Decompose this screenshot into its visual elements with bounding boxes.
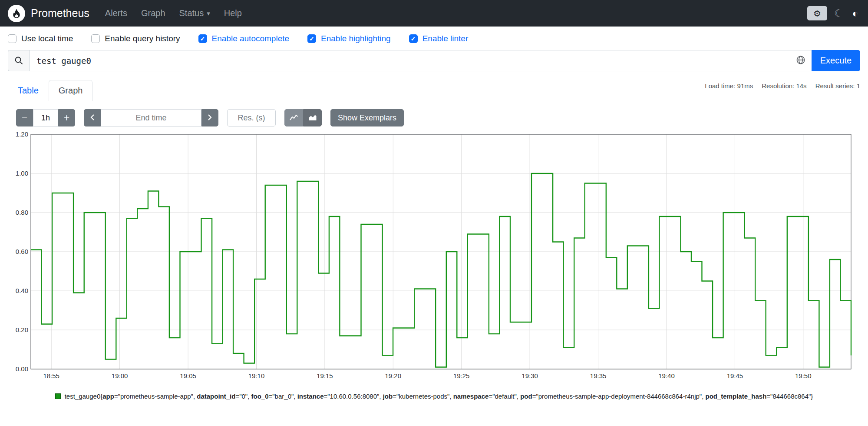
contrast-icon: ◐ — [852, 7, 859, 19]
execute-button[interactable]: Execute — [812, 50, 860, 71]
option-label: Enable autocomplete — [212, 34, 290, 43]
main-nav: Alerts Graph Status ▾ Help — [105, 8, 242, 18]
check-icon: ✓ — [309, 36, 314, 42]
range-control: − + — [16, 109, 75, 126]
graph-type-toggle — [284, 109, 322, 126]
range-increase-button[interactable]: + — [58, 109, 75, 126]
svg-text:0.80: 0.80 — [16, 209, 28, 216]
navbar: Prometheus Alerts Graph Status ▾ Help ⚙ … — [0, 0, 868, 27]
range-decrease-button[interactable]: − — [16, 109, 33, 126]
legend-label: test_gauge0{app="prometheus-sample-app",… — [65, 393, 813, 400]
graph-panel: − + Show Exemplars 18:5519:0019:0519:10 — [8, 101, 860, 408]
plus-icon: + — [64, 113, 69, 123]
option-label: Enable highlighting — [321, 34, 391, 43]
svg-text:19:50: 19:50 — [795, 372, 812, 379]
graph-canvas[interactable]: 18:5519:0019:0519:1019:1519:2019:2519:30… — [13, 132, 855, 384]
globe-icon — [796, 55, 805, 66]
check-icon: ✓ — [411, 36, 416, 42]
show-exemplars-button[interactable]: Show Exemplars — [330, 109, 404, 126]
theme-dark-button[interactable]: ☾ — [832, 7, 845, 20]
option-label: Use local time — [21, 34, 73, 43]
resolution-input[interactable] — [227, 109, 276, 126]
option-checkbox[interactable]: ✓ Enable linter — [409, 34, 469, 43]
theme-auto-button[interactable]: ◐ — [851, 7, 861, 20]
checkbox-box: ✓ — [198, 34, 207, 43]
prometheus-logo-icon[interactable] — [8, 5, 25, 22]
tabs-row: Table Graph Load time: 91ms Resolution: … — [8, 80, 860, 101]
checkbox-box: ✓ — [8, 34, 17, 43]
brand-title[interactable]: Prometheus — [31, 7, 89, 20]
expression-input[interactable] — [30, 50, 790, 71]
end-time-control — [84, 109, 218, 126]
checkbox-box: ✓ — [307, 34, 316, 43]
option-checkbox[interactable]: ✓ Enable query history — [91, 34, 180, 43]
range-input[interactable] — [33, 109, 58, 126]
svg-text:19:15: 19:15 — [317, 372, 333, 379]
svg-text:1.00: 1.00 — [16, 170, 28, 177]
svg-text:19:40: 19:40 — [658, 372, 675, 379]
svg-text:19:10: 19:10 — [248, 372, 265, 379]
svg-text:19:05: 19:05 — [180, 372, 196, 379]
svg-text:19:00: 19:00 — [112, 372, 128, 379]
stat-resolution: Resolution: 14s — [762, 82, 806, 90]
nav-item-help[interactable]: Help — [224, 8, 242, 18]
query-stats: Load time: 91ms Resolution: 14s Result s… — [705, 82, 860, 90]
minus-icon: − — [22, 113, 27, 123]
checkbox-box: ✓ — [91, 34, 100, 43]
option-label: Enable linter — [422, 34, 469, 43]
tab-table[interactable]: Table — [8, 80, 49, 101]
svg-text:19:45: 19:45 — [727, 372, 743, 379]
legend-swatch — [55, 393, 61, 399]
chevron-right-icon — [207, 113, 213, 123]
search-icon — [8, 50, 30, 71]
svg-text:1.20: 1.20 — [16, 132, 28, 138]
tab-graph[interactable]: Graph — [49, 80, 93, 101]
nav-item-status[interactable]: Status ▾ — [179, 8, 210, 18]
query-row: Execute — [0, 50, 868, 71]
options-row: ✓ Use local time ✓ Enable query history … — [0, 27, 868, 50]
graph-chart[interactable]: 18:5519:0019:0519:1019:1519:2019:2519:30… — [13, 132, 855, 386]
svg-text:0.40: 0.40 — [16, 287, 28, 294]
stacked-graph-toggle[interactable] — [303, 109, 322, 126]
legend[interactable]: test_gauge0{app="prometheus-sample-app",… — [13, 393, 855, 400]
svg-text:0.00: 0.00 — [16, 365, 28, 373]
nav-item-status-label: Status — [179, 8, 204, 18]
check-icon: ✓ — [200, 36, 205, 42]
graph-toolbar: − + Show Exemplars — [16, 109, 852, 126]
end-time-input[interactable] — [101, 109, 201, 126]
nav-item-alerts[interactable]: Alerts — [105, 8, 127, 18]
svg-text:0.60: 0.60 — [16, 248, 28, 255]
checkbox-box: ✓ — [409, 34, 418, 43]
svg-text:19:35: 19:35 — [590, 372, 607, 379]
line-graph-toggle[interactable] — [284, 109, 303, 126]
moon-icon: ☾ — [834, 7, 844, 19]
time-back-button[interactable] — [84, 109, 101, 126]
stacked-chart-icon — [308, 113, 317, 123]
option-checkbox[interactable]: ✓ Use local time — [8, 34, 73, 43]
stat-load-time: Load time: 91ms — [705, 82, 753, 90]
time-forward-button[interactable] — [201, 109, 218, 126]
settings-button[interactable]: ⚙ — [807, 6, 827, 20]
navbar-right: ⚙ ☾ ◐ — [807, 6, 860, 20]
option-checkbox[interactable]: ✓ Enable autocomplete — [198, 34, 290, 43]
gear-icon: ⚙ — [813, 8, 821, 19]
svg-text:0.20: 0.20 — [16, 326, 28, 333]
nav-item-graph[interactable]: Graph — [141, 8, 165, 18]
option-label: Enable query history — [105, 34, 180, 43]
line-chart-icon — [289, 113, 298, 123]
stat-result-series: Result series: 1 — [815, 82, 860, 90]
chevron-left-icon — [89, 113, 95, 123]
option-checkbox[interactable]: ✓ Enable highlighting — [307, 34, 391, 43]
svg-text:19:30: 19:30 — [521, 372, 538, 379]
metrics-explorer-button[interactable] — [790, 50, 812, 71]
svg-text:18:55: 18:55 — [43, 372, 59, 379]
caret-down-icon: ▾ — [207, 10, 210, 17]
svg-text:19:20: 19:20 — [385, 372, 402, 379]
svg-text:19:25: 19:25 — [453, 372, 470, 379]
